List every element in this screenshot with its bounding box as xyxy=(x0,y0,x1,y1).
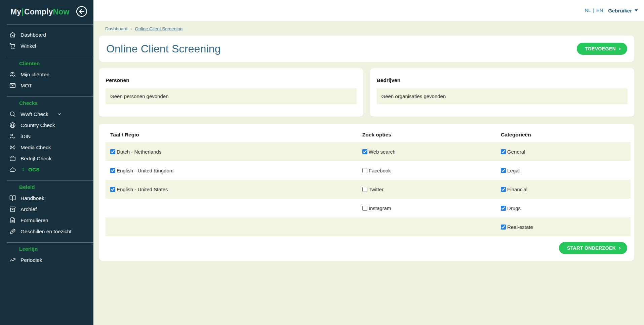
option-english-united-states[interactable]: English - United States xyxy=(110,187,358,192)
english-united-kingdom-checkbox[interactable] xyxy=(110,168,115,173)
option-label: Twitter xyxy=(369,187,384,192)
sidebar-item-label: MOT xyxy=(21,83,32,89)
sidebar-section-header-checks: Checks xyxy=(19,100,93,106)
sidebar-item-periodiek[interactable]: Periodiek xyxy=(0,254,93,266)
options-row: English - United KingdomFacebookLegal xyxy=(106,161,631,180)
options-row: English - United StatesTwitterFinancial xyxy=(106,180,631,199)
dutch-netherlands-checkbox[interactable] xyxy=(110,149,115,154)
option-twitter[interactable]: Twitter xyxy=(362,187,496,192)
language-nl-link[interactable]: NL xyxy=(585,8,591,13)
sidebar-divider xyxy=(7,180,93,181)
sidebar-item-winkel[interactable]: Winkel xyxy=(0,40,93,51)
sidebar-item-formulieren[interactable]: Formulieren xyxy=(0,215,93,226)
options-grid: Taal / RegioZoek optiesCategorieënDutch … xyxy=(106,132,631,236)
option-label: Instagram xyxy=(369,205,391,211)
web-search-checkbox[interactable] xyxy=(362,149,367,154)
sidebar-item-archief[interactable]: Archief xyxy=(0,204,93,215)
sidebar-section-header-leerlijn: Leerlijn xyxy=(19,246,93,252)
page-content: Dashboard›Online Client Screening Online… xyxy=(93,21,644,261)
chevron-right-icon: › xyxy=(619,245,621,250)
english-united-states-checkbox[interactable] xyxy=(110,187,115,192)
option-label: Web search xyxy=(369,149,396,155)
sidebar: My|ComplyNow DashboardWinkelCliëntenMijn… xyxy=(0,0,93,325)
sidebar-item-idin[interactable]: iDIN xyxy=(0,131,93,142)
sidebar-section: BeleidHandboekArchiefFormulierenGeschill… xyxy=(0,184,93,237)
sidebar-item-label: Winkel xyxy=(21,43,36,49)
option-dutch-netherlands[interactable]: Dutch - Netherlands xyxy=(110,149,358,155)
option-real-estate[interactable]: Real-estate xyxy=(501,224,631,230)
option-instagram[interactable]: Instagram xyxy=(362,205,496,211)
sidebar-section-header-beleid: Beleid xyxy=(19,184,93,190)
user-menu-label: Gebruiker xyxy=(608,8,632,13)
language-en-link[interactable]: EN xyxy=(596,8,603,13)
brand-comply: Comply xyxy=(24,7,53,16)
financial-checkbox[interactable] xyxy=(501,187,506,192)
book-open-icon xyxy=(9,195,16,202)
option-label: General xyxy=(507,149,525,155)
sidebar-item-label: OCS xyxy=(28,167,40,173)
drugs-checkbox[interactable] xyxy=(501,206,506,211)
sidebar-item-dashboard[interactable]: Dashboard xyxy=(0,29,93,40)
start-onderzoek-button-label: START ONDERZOEK xyxy=(567,245,616,251)
brand-pipe: | xyxy=(21,7,24,16)
user-menu[interactable]: Gebruiker xyxy=(608,8,638,13)
option-drugs[interactable]: Drugs xyxy=(501,205,631,211)
column-header-categorie-n: Categorieën xyxy=(496,132,631,138)
users-icon xyxy=(9,71,16,78)
sidebar-item-geschillen-en-toezicht[interactable]: Geschillen en toezicht xyxy=(0,226,93,237)
sidebar-item-label: Dashboard xyxy=(21,32,46,38)
sidebar-item-wwft-check[interactable]: Wwft Check xyxy=(0,109,93,120)
general-checkbox[interactable] xyxy=(501,149,506,154)
instagram-checkbox[interactable] xyxy=(362,206,367,211)
sidebar-item-label: Formulieren xyxy=(21,217,48,224)
chevron-right-icon: › xyxy=(619,46,621,51)
mail-icon xyxy=(9,82,16,89)
home-icon xyxy=(9,31,16,38)
brand-my: My xyxy=(10,7,21,16)
options-header-row: Taal / RegioZoek optiesCategorieën xyxy=(106,132,631,138)
sidebar-item-ocs[interactable]: OCS xyxy=(0,164,93,175)
options-cell: Financial xyxy=(496,187,631,192)
option-general[interactable]: General xyxy=(501,149,631,155)
facebook-checkbox[interactable] xyxy=(362,168,367,173)
sidebar-header: My|ComplyNow xyxy=(0,0,93,22)
sidebar-item-handboek[interactable]: Handboek xyxy=(0,193,93,204)
sidebar-collapse-button[interactable] xyxy=(75,5,88,19)
options-row: Dutch - NetherlandsWeb searchGeneral xyxy=(106,142,631,161)
column-header-taal-regio: Taal / Regio xyxy=(106,132,358,138)
options-row: Real-estate xyxy=(106,217,631,236)
breadcrumb-separator: › xyxy=(130,27,132,31)
options-cell: Drugs xyxy=(496,205,631,211)
legal-checkbox[interactable] xyxy=(501,168,506,173)
sidebar-item-bedrijf-check[interactable]: Bedrijf Check xyxy=(0,153,93,164)
sidebar-divider xyxy=(7,96,93,97)
breadcrumb-link-dashboard[interactable]: Dashboard xyxy=(105,26,127,31)
options-cell: English - United States xyxy=(106,187,358,192)
option-legal[interactable]: Legal xyxy=(501,168,631,173)
option-english-united-kingdom[interactable]: English - United Kingdom xyxy=(110,168,358,173)
real-estate-checkbox[interactable] xyxy=(501,225,506,230)
start-onderzoek-button[interactable]: START ONDERZOEK › xyxy=(559,242,627,254)
option-web-search[interactable]: Web search xyxy=(362,149,496,155)
options-cell: English - United Kingdom xyxy=(106,168,358,173)
app: My|ComplyNow DashboardWinkelCliëntenMijn… xyxy=(0,0,644,325)
sidebar-section-header-cli-nten: Cliënten xyxy=(19,60,93,67)
results-row: Personen Geen personen gevonden Bedrijve… xyxy=(99,68,634,117)
sidebar-item-media-check[interactable]: Media Check xyxy=(0,142,93,153)
start-row: START ONDERZOEK › xyxy=(106,242,627,254)
sidebar-item-mijn-cli-nten[interactable]: Mijn cliënten xyxy=(0,69,93,80)
twitter-checkbox[interactable] xyxy=(362,187,367,192)
options-cell: Web search xyxy=(358,149,496,155)
sidebar-item-label: iDIN xyxy=(21,133,31,139)
toevoegen-button[interactable]: TOEVOEGEN › xyxy=(577,43,627,55)
sidebar-item-mot[interactable]: MOT xyxy=(0,80,93,91)
option-facebook[interactable]: Facebook xyxy=(362,168,496,173)
option-label: Drugs xyxy=(507,205,521,211)
option-financial[interactable]: Financial xyxy=(501,187,631,192)
sidebar-item-label: Mijn cliënten xyxy=(21,72,49,78)
breadcrumb-link-online-client-screening[interactable]: Online Client Screening xyxy=(135,26,183,31)
option-label: Real-estate xyxy=(507,224,533,230)
language-switcher: NL | EN xyxy=(585,8,603,13)
sidebar-item-country-check[interactable]: Country Check xyxy=(0,120,93,131)
sidebar-divider xyxy=(7,242,93,243)
